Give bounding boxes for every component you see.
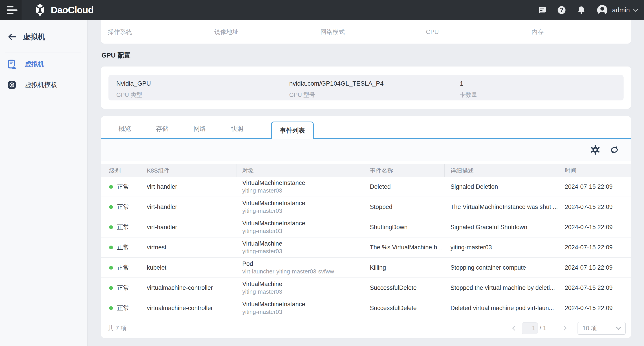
object-name: yiting-master03 [242,227,364,235]
time-cell: 2024-07-15 22:09 [559,224,631,231]
object-kind: VirtualMachineInstance [242,219,364,227]
table-row: 正常 virt-handler VirtualMachineInstance y… [101,217,631,237]
daocloud-logo-icon[interactable] [33,3,47,17]
level-label: 正常 [117,263,129,272]
component-cell: virt-handler [141,183,236,190]
column-header-object: 对象 [236,164,364,177]
detail-cell: Deleted virtual machine pod virt-laun... [444,305,559,312]
object-cell: Pod virt-launcher-yiting-master03-svfww [236,260,364,275]
object-cell: VirtualMachine yiting-master03 [236,240,364,255]
status-dot-icon [109,266,113,270]
field-label-network-mode: 网络模式 [320,28,426,36]
level-cell: 正常 [101,243,141,251]
table-row: 正常 virtualmachine-controller VirtualMach… [101,278,631,298]
field-label-cpu: CPU [426,29,532,36]
object-name: yiting-master03 [242,247,364,255]
user-menu[interactable]: admin [596,4,637,16]
table-row: 正常 virt-handler VirtualMachineInstance y… [101,177,631,197]
object-name: yiting-master03 [242,308,364,316]
total-count-label: 共 7 项 [108,324,127,332]
event-name-cell: ShuttingDown [364,224,444,231]
gpu-type-label: GPU 类型 [116,91,289,99]
field-label-image: 镜像地址 [214,28,320,36]
event-name-cell: SuccessfulDelete [364,284,444,291]
object-kind: VirtualMachineInstance [242,199,364,207]
menu-icon[interactable] [0,0,22,20]
back-arrow-icon[interactable] [7,32,17,42]
object-kind: VirtualMachineInstance [242,179,364,187]
events-card: 概览 存储 网络 快照 事件列表 [101,116,631,338]
object-cell: VirtualMachineInstance yiting-master03 [236,199,364,215]
event-name-cell: Killing [364,264,444,271]
chevron-down-icon [616,325,621,329]
gpu-model-value: nvidia.com/GP104GL_TESLA_P4 [289,80,460,87]
level-cell: 正常 [101,223,141,231]
chevron-down-icon [633,7,638,12]
level-label: 正常 [117,183,129,191]
page-total-label: / 1 [540,325,546,332]
table-gap [101,161,631,164]
component-cell: virtualmachine-controller [141,284,236,291]
status-dot-icon [109,246,113,249]
next-page-button[interactable] [560,324,568,332]
sidebar: 虚拟机 虚拟机 虚拟机模板 [0,20,88,346]
object-cell: VirtualMachineInstance yiting-master03 [236,300,364,316]
tab-event-list[interactable]: 事件列表 [271,122,314,139]
detail-cell: Stopping container compute [444,264,559,271]
component-cell: virtnest [141,244,236,251]
column-header-event-name: 事件名称 [364,164,444,177]
event-name-cell: Deleted [364,183,444,190]
sidebar-divider [5,53,81,53]
component-cell: virtualmachine-controller [141,305,236,312]
refresh-icon[interactable] [610,145,619,155]
gpu-type-field: Nvidia_GPU GPU 类型 [116,80,289,100]
main-content: 操作系统 镜像地址 网络模式 CPU 内存 GPU 配置 Nvidia_GPU … [88,20,644,346]
detail-cell: yiting-master03 [444,244,559,251]
help-icon[interactable]: ? [557,6,566,15]
detail-cell: Signaled Deletion [444,183,559,190]
time-cell: 2024-07-15 22:09 [559,183,631,190]
detail-cell: Stopped the virtual machine by deleti... [444,284,559,291]
gpu-count-value: 1 [460,80,624,87]
tab-storage[interactable]: 存储 [149,125,175,138]
status-dot-icon [109,185,113,189]
level-label: 正常 [117,304,129,312]
vm-list-icon [7,59,17,69]
detail-cell: Signaled Graceful Shutdown [444,224,559,231]
tab-overview[interactable]: 概览 [112,125,138,138]
page-size-value: 10 项 [582,324,597,332]
sidebar-title: 虚拟机 [23,32,45,42]
page-number-input[interactable] [522,322,538,334]
page-size-select[interactable]: 10 项 [578,322,626,335]
gpu-panel: Nvidia_GPU GPU 类型 nvidia.com/GP104GL_TES… [108,75,624,100]
sidebar-item-vm[interactable]: 虚拟机 [0,55,87,74]
component-cell: virt-handler [141,224,236,231]
column-header-time: 时间 [559,164,631,177]
events-table-header: 级别 K8S组件 对象 事件名称 详细描述 时间 [101,164,631,177]
component-cell: kubelet [141,264,236,271]
status-dot-icon [109,286,113,290]
table-row: 正常 virtnest VirtualMachine yiting-master… [101,237,631,258]
gpu-model-label: GPU 型号 [289,91,460,99]
tab-snapshot[interactable]: 快照 [224,125,250,138]
component-cell: virt-handler [141,204,236,210]
object-name: yiting-master03 [242,288,364,295]
message-icon[interactable] [537,6,546,15]
bell-icon[interactable] [577,6,586,15]
object-kind: VirtualMachine [242,240,364,247]
time-cell: 2024-07-15 22:09 [559,244,631,251]
prev-page-button[interactable] [510,324,518,332]
gpu-section-title: GPU 配置 [102,51,631,60]
detail-cell: The VirtualMachineInstance was shut ... [444,204,559,210]
sidebar-item-vm-template[interactable]: 虚拟机模板 [0,76,87,94]
event-name-cell: The %s VirtualMachine h... [364,244,444,251]
object-kind: VirtualMachine [242,280,364,288]
column-header-component: K8S组件 [141,164,236,177]
tab-network[interactable]: 网络 [187,125,213,138]
gpu-model-field: nvidia.com/GP104GL_TESLA_P4 GPU 型号 [289,80,460,100]
level-cell: 正常 [101,284,141,292]
settings-gear-icon[interactable] [590,145,600,155]
sidebar-item-label: 虚拟机 [25,60,44,69]
column-header-level: 级别 [101,164,141,177]
field-label-os: 操作系统 [108,28,214,36]
